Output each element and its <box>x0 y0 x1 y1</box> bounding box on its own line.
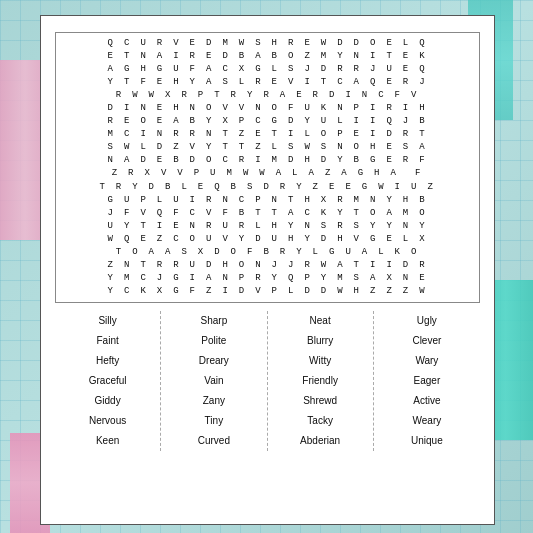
word-item: Keen <box>96 431 119 451</box>
word-item: Tacky <box>307 411 333 431</box>
grid-row: R W W X R P T R Y R A E R D I N C F V <box>58 89 477 102</box>
grid-row: Z R X V V P U M W W A L A Z A G H A F <box>58 167 477 180</box>
grid-row: Z N T R R U D H O N J J R W A T I I D R <box>58 259 477 272</box>
word-item: Clever <box>412 331 441 351</box>
word-item: Shrewd <box>303 391 337 411</box>
word-column-3: UglyCleverWaryEagerActiveWearyUnique <box>374 311 480 451</box>
word-item: Eager <box>414 371 441 391</box>
word-item: Active <box>413 391 440 411</box>
word-item: Polite <box>201 331 226 351</box>
word-item: Blurry <box>307 331 333 351</box>
word-column-2: NeatBlurryWittyFriendlyShrewdTackyAbderi… <box>268 311 374 451</box>
word-item: Dreary <box>199 351 229 371</box>
grid-row: R E O E A B Y X P C G D Y U L I I Q J B <box>58 115 477 128</box>
word-item: Witty <box>309 351 331 371</box>
word-item: Neat <box>310 311 331 331</box>
grid-row: M C I N R R N T Z E T I L O P E I D R T <box>58 128 477 141</box>
word-item: Tiny <box>205 411 224 431</box>
word-list: SillyFaintHeftyGracefulGiddyNervousKeenS… <box>55 311 480 451</box>
grid-row: Y T F E H Y A S L R E V I T C A Q E R J <box>58 76 477 89</box>
word-item: Hefty <box>96 351 119 371</box>
grid-row: G U P L U I R N C P N T H X R M N Y H B <box>58 194 477 207</box>
grid-row: Q C U R V E D M W S H R E W D D O E L Q <box>58 37 477 50</box>
background: Q C U R V E D M W S H R E W D D O E L QE… <box>0 0 533 533</box>
word-item: Curved <box>198 431 230 451</box>
word-column-0: SillyFaintHeftyGracefulGiddyNervousKeen <box>55 311 161 451</box>
word-item: Sharp <box>201 311 228 331</box>
grid-row: Y M C J G I A N P R Y Q P Y M S A X N E <box>58 272 477 285</box>
word-item: Faint <box>97 331 119 351</box>
grid-row: Y C K X G F Z I D V P L D D W H Z Z Z W <box>58 285 477 298</box>
word-item: Weary <box>413 411 442 431</box>
grid-row: T O A A S X D O F B R Y L G U A L K O <box>58 246 477 259</box>
word-item: Giddy <box>95 391 121 411</box>
word-column-1: SharpPoliteDrearyVainZanyTinyCurved <box>161 311 267 451</box>
word-item: Unique <box>411 431 443 451</box>
grid-row: J F V Q F C V F B T T A C K Y T O A M O <box>58 207 477 220</box>
word-item: Graceful <box>89 371 127 391</box>
word-item: Abderian <box>300 431 340 451</box>
grid-row: W Q E Z C O U V Y D U H Y D H V G E L X <box>58 233 477 246</box>
word-item: Nervous <box>89 411 126 431</box>
grid-row: E T N A I R E D B A B O Z M Y N I T E K <box>58 50 477 63</box>
word-item: Friendly <box>302 371 338 391</box>
grid-row: D I N E H N O V V N O F U K N P I R I H <box>58 102 477 115</box>
word-item: Zany <box>203 391 225 411</box>
word-item: Silly <box>98 311 116 331</box>
grid-row: T R Y D B L E Q B S D R Y Z E E G W I U … <box>58 181 477 194</box>
word-item: Vain <box>204 371 223 391</box>
grid-row: U Y T I E N R U R L H Y N S R S Y Y N Y <box>58 220 477 233</box>
grid-row: N A D E B D O C R I M D H D Y B G E R F <box>58 154 477 167</box>
word-item: Wary <box>415 351 438 371</box>
word-item: Ugly <box>417 311 437 331</box>
grid-row: S W L D Z V Y T T Z L S W S N O H E S A <box>58 141 477 154</box>
main-card: Q C U R V E D M W S H R E W D D O E L QE… <box>40 15 495 525</box>
grid-row: A G H G U F A C X G L S J D R R J U E Q <box>58 63 477 76</box>
word-search-grid: Q C U R V E D M W S H R E W D D O E L QE… <box>55 32 480 303</box>
